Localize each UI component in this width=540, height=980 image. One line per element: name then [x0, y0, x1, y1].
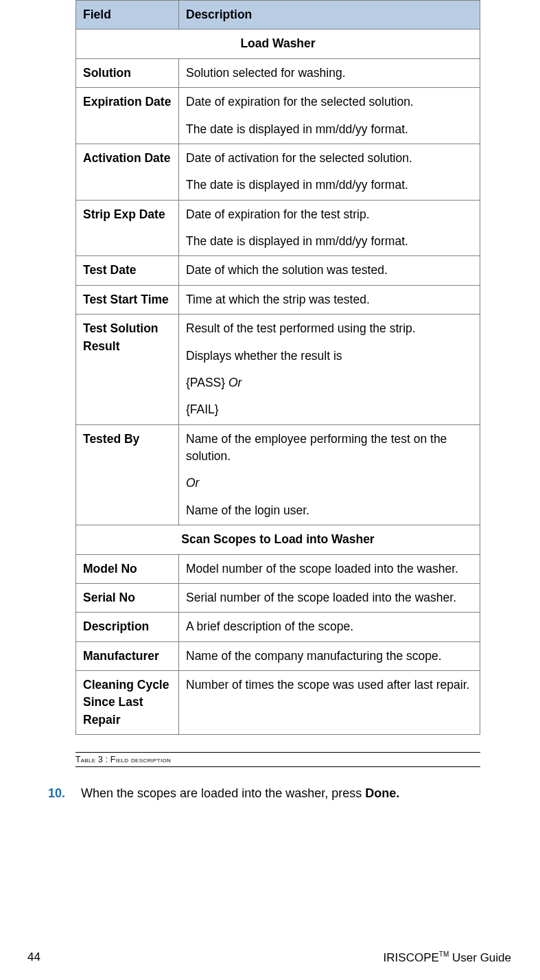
field-label: Test Start Time [76, 285, 179, 314]
field-desc: Serial number of the scope loaded into t… [179, 583, 480, 612]
table-row: Manufacturer Name of the company manufac… [76, 641, 480, 670]
field-desc: Time at which the strip was tested. [179, 285, 480, 314]
table-row: Test Date Date of which the solution was… [76, 256, 480, 285]
field-desc: Result of the test performed using the s… [179, 315, 480, 425]
field-label: Expiration Date [76, 88, 179, 144]
field-label: Manufacturer [76, 641, 179, 670]
field-label: Activation Date [76, 144, 179, 200]
table-row: Serial No Serial number of the scope loa… [76, 583, 480, 612]
table-row: Cleaning Cycle Since Last Repair Number … [76, 671, 480, 735]
field-label: Model No [76, 554, 179, 583]
field-label: Solution [76, 58, 179, 87]
footer-product: IRISCOPETM User Guide [384, 950, 511, 965]
page-number: 44 [27, 950, 40, 965]
field-description-table: Field Description Load Washer Solution S… [75, 0, 480, 735]
field-label: Test Solution Result [76, 315, 179, 425]
step-10: 10. When the scopes are loaded into the … [48, 786, 499, 801]
field-desc: Date of activation for the selected solu… [179, 144, 480, 200]
field-desc: Number of times the scope was used after… [179, 671, 480, 735]
table-row: Description A brief description of the s… [76, 613, 480, 641]
table-row: Solution Solution selected for washing. [76, 58, 480, 87]
field-label: Cleaning Cycle Since Last Repair [76, 671, 179, 735]
field-desc: Solution selected for washing. [179, 58, 480, 87]
table-caption: Table 3 : Field description [75, 753, 480, 766]
page-footer: 44 IRISCOPETM User Guide [27, 950, 511, 965]
table-row: Strip Exp Date Date of expiration for th… [76, 200, 480, 256]
section-load-washer: Load Washer [76, 30, 480, 58]
header-description: Description [179, 1, 480, 30]
header-field: Field [76, 1, 179, 30]
table-row: Test Start Time Time at which the strip … [76, 285, 480, 314]
field-label: Test Date [76, 256, 179, 285]
field-label: Tested By [76, 424, 179, 525]
field-label: Description [76, 613, 179, 641]
field-label: Strip Exp Date [76, 200, 179, 256]
field-desc: Name of the company manufacturing the sc… [179, 641, 480, 670]
table-row: Expiration Date Date of expiration for t… [76, 88, 480, 144]
table-caption-block: Table 3 : Field description [75, 752, 480, 767]
field-desc: Name of the employee performing the test… [179, 424, 480, 525]
table-row: Test Solution Result Result of the test … [76, 315, 480, 425]
field-desc: Date of which the solution was tested. [179, 256, 480, 285]
table-row: Model No Model number of the scope loade… [76, 554, 480, 583]
table-row: Tested By Name of the employee performin… [76, 424, 480, 525]
field-desc: Date of expiration for the test strip.Th… [179, 200, 480, 256]
step-text: When the scopes are loaded into the wash… [81, 786, 499, 801]
section-scan-scopes: Scan Scopes to Load into Washer [76, 525, 480, 554]
field-desc: A brief description of the scope. [179, 613, 480, 641]
field-desc: Date of expiration for the selected solu… [179, 88, 480, 144]
step-number: 10. [48, 786, 71, 801]
table-row: Activation Date Date of activation for t… [76, 144, 480, 200]
field-label: Serial No [76, 583, 179, 612]
field-desc: Model number of the scope loaded into th… [179, 554, 480, 583]
